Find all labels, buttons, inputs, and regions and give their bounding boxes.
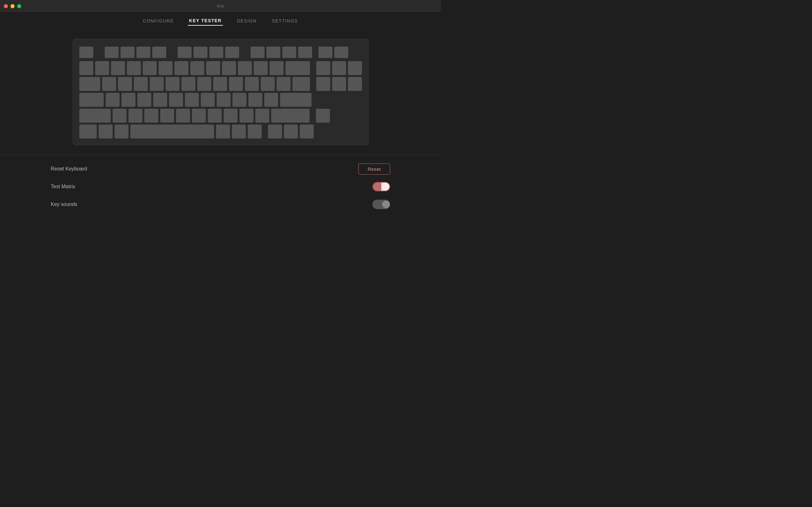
key-g[interactable]	[169, 93, 183, 107]
key-down[interactable]	[284, 124, 298, 138]
key-esc[interactable]	[79, 47, 93, 58]
key-u[interactable]	[197, 77, 211, 91]
key-1[interactable]	[95, 61, 109, 75]
tab-design[interactable]: DESIGN	[236, 16, 258, 25]
key-lwin[interactable]	[99, 124, 113, 138]
key-tab[interactable]	[79, 77, 100, 91]
key-equals[interactable]	[270, 61, 284, 75]
key-h[interactable]	[185, 93, 199, 107]
key-y[interactable]	[182, 77, 195, 91]
key-l[interactable]	[233, 93, 247, 107]
key-lbracket[interactable]	[261, 77, 275, 91]
key-semicolon[interactable]	[248, 93, 262, 107]
key-f12[interactable]	[298, 47, 312, 58]
key-slash[interactable]	[255, 109, 269, 123]
key-sounds-row: Key sounds	[51, 195, 390, 213]
key-rctrl[interactable]	[248, 124, 262, 138]
key-insert[interactable]	[316, 61, 330, 75]
key-f4[interactable]	[152, 47, 166, 58]
key-caps[interactable]	[79, 93, 104, 107]
key-ralt[interactable]	[216, 124, 230, 138]
key-enter[interactable]	[280, 93, 311, 107]
key-n[interactable]	[192, 109, 206, 123]
key-minus[interactable]	[254, 61, 268, 75]
key-k[interactable]	[217, 93, 231, 107]
key-b[interactable]	[176, 109, 190, 123]
key-lctrl[interactable]	[79, 124, 97, 138]
minimize-button[interactable]	[10, 4, 14, 8]
key-f[interactable]	[153, 93, 167, 107]
key-w[interactable]	[118, 77, 132, 91]
key-0[interactable]	[238, 61, 252, 75]
key-pgdn[interactable]	[348, 77, 362, 91]
key-rbracket[interactable]	[276, 77, 291, 91]
key-rshift[interactable]	[271, 109, 310, 123]
key-scroll[interactable]	[334, 47, 348, 58]
key-j[interactable]	[201, 93, 215, 107]
key-p[interactable]	[245, 77, 259, 91]
key-f7[interactable]	[209, 47, 223, 58]
tab-settings[interactable]: SETTINGS	[270, 16, 299, 25]
key-f5[interactable]	[177, 47, 192, 58]
key-backslash[interactable]	[293, 77, 310, 91]
bottom-row	[79, 124, 362, 138]
key-fn[interactable]	[232, 124, 246, 138]
key-f1[interactable]	[105, 47, 119, 58]
key-f11[interactable]	[282, 47, 296, 58]
key-2[interactable]	[111, 61, 125, 75]
reset-button[interactable]: Reset	[358, 164, 390, 175]
key-pgup[interactable]	[348, 61, 362, 75]
key-e[interactable]	[134, 77, 148, 91]
key-v[interactable]	[160, 109, 174, 123]
key-6[interactable]	[174, 61, 189, 75]
close-button[interactable]	[4, 4, 8, 8]
key-home[interactable]	[332, 61, 346, 75]
key-9[interactable]	[222, 61, 236, 75]
tab-configure[interactable]: CONFIGURE	[142, 16, 175, 25]
key-s[interactable]	[121, 93, 136, 107]
key-x[interactable]	[129, 109, 142, 123]
key-lalt[interactable]	[114, 124, 129, 138]
reset-keyboard-row: Reset Keyboard Reset	[51, 160, 390, 178]
key-z[interactable]	[113, 109, 126, 123]
key-q[interactable]	[102, 77, 116, 91]
key-4[interactable]	[143, 61, 157, 75]
key-lshift[interactable]	[79, 109, 111, 123]
key-3[interactable]	[127, 61, 141, 75]
key-o[interactable]	[229, 77, 243, 91]
key-backspace[interactable]	[286, 61, 310, 75]
key-f2[interactable]	[120, 47, 135, 58]
key-8[interactable]	[206, 61, 220, 75]
key-sounds-toggle[interactable]	[372, 200, 390, 209]
key-quote[interactable]	[264, 93, 278, 107]
key-i[interactable]	[213, 77, 227, 91]
key-f10[interactable]	[266, 47, 281, 58]
asdf-row	[79, 93, 362, 107]
key-m[interactable]	[208, 109, 222, 123]
key-f3[interactable]	[136, 47, 150, 58]
key-r[interactable]	[150, 77, 164, 91]
key-comma[interactable]	[223, 109, 238, 123]
key-left[interactable]	[268, 124, 282, 138]
key-f8[interactable]	[225, 47, 239, 58]
tab-key-tester[interactable]: KEY TESTER	[188, 16, 223, 26]
key-space[interactable]	[131, 124, 214, 138]
key-right[interactable]	[300, 124, 314, 138]
key-t[interactable]	[165, 77, 180, 91]
key-c[interactable]	[144, 109, 158, 123]
key-5[interactable]	[159, 61, 172, 75]
key-delete[interactable]	[316, 77, 330, 91]
maximize-button[interactable]	[17, 4, 21, 8]
key-period[interactable]	[240, 109, 253, 123]
key-f9[interactable]	[251, 47, 264, 58]
test-matrix-toggle[interactable]	[372, 182, 390, 191]
key-prtsc[interactable]	[318, 47, 333, 58]
key-backtick[interactable]	[79, 61, 93, 75]
key-a[interactable]	[106, 93, 119, 107]
key-d[interactable]	[137, 93, 151, 107]
section-divider	[0, 155, 441, 155]
key-up[interactable]	[316, 109, 330, 123]
key-end[interactable]	[332, 77, 346, 91]
key-f6[interactable]	[194, 47, 207, 58]
key-7[interactable]	[190, 61, 204, 75]
